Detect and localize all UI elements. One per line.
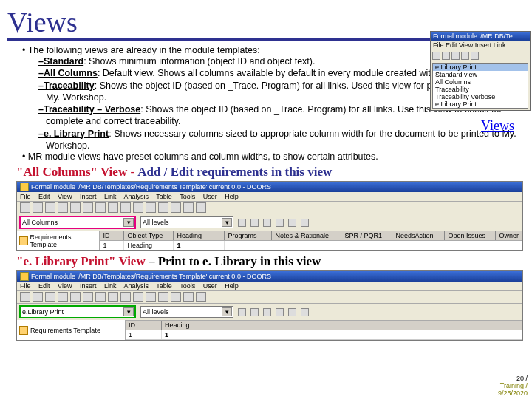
tool-icon[interactable]: [20, 202, 30, 213]
tool-icon[interactable]: [263, 219, 271, 227]
tool-icon[interactable]: [442, 52, 450, 60]
tool-icon[interactable]: [133, 202, 143, 213]
column-headers[interactable]: ID Object Type Heading Programs Notes & …: [100, 231, 522, 241]
tool-icon[interactable]: [108, 202, 118, 213]
list-item[interactable]: e.Library Print: [433, 100, 528, 108]
menu-item[interactable]: Edit: [38, 193, 50, 200]
tool-icon[interactable]: [171, 202, 181, 213]
tool-icon[interactable]: [146, 292, 156, 302]
chevron-down-icon[interactable]: ▾: [123, 218, 134, 227]
menu-item[interactable]: Analysis: [124, 282, 149, 290]
col-header[interactable]: Open Issues: [445, 231, 496, 240]
chevron-down-icon[interactable]: ▾: [222, 218, 232, 227]
toolbar[interactable]: [17, 202, 522, 214]
menu-item[interactable]: Link: [104, 282, 117, 290]
tool-icon[interactable]: [20, 292, 30, 302]
col-header[interactable]: Programs: [225, 231, 272, 240]
list-item[interactable]: Traceability: [433, 86, 528, 93]
tool-icon[interactable]: [58, 202, 68, 213]
menu-item[interactable]: Analysis: [124, 193, 149, 200]
tool-icon[interactable]: [33, 292, 43, 302]
tree-panel[interactable]: Requirements Template: [17, 320, 126, 340]
chevron-down-icon[interactable]: ▾: [222, 307, 232, 316]
col-header[interactable]: Notes & Rationale: [272, 231, 341, 240]
menu-item[interactable]: Table: [156, 282, 172, 290]
tool-icon[interactable]: [276, 219, 284, 227]
tool-icon[interactable]: [108, 292, 118, 302]
tool-icon[interactable]: [471, 52, 479, 60]
menu-item[interactable]: Link: [104, 193, 117, 200]
menu-item[interactable]: Edit: [38, 282, 50, 290]
tool-icon[interactable]: [83, 202, 93, 213]
views-hyperlink[interactable]: Views: [481, 118, 514, 134]
col-header[interactable]: Owner: [496, 231, 522, 240]
col-header[interactable]: Heading: [174, 231, 225, 240]
tool-icon[interactable]: [301, 308, 309, 316]
tool-icon[interactable]: [58, 292, 68, 302]
tool-icon[interactable]: [183, 292, 194, 302]
list-item[interactable]: Standard view: [433, 71, 528, 78]
level-combo[interactable]: All levels▾: [140, 306, 233, 318]
menu-item[interactable]: Help: [225, 193, 239, 200]
tool-icon[interactable]: [83, 292, 93, 302]
tool-icon[interactable]: [432, 52, 440, 60]
tool-icon[interactable]: [288, 308, 296, 316]
menu-item[interactable]: Tools: [180, 282, 195, 290]
tool-icon[interactable]: [461, 52, 469, 60]
tool-icon[interactable]: [45, 292, 55, 302]
tool-icon[interactable]: [276, 308, 284, 316]
table-row[interactable]: 1 1: [126, 330, 522, 340]
tool-icon[interactable]: [250, 308, 259, 316]
menu-item[interactable]: File: [20, 193, 31, 200]
tool-icon[interactable]: [196, 292, 206, 302]
menu-item[interactable]: User: [203, 282, 217, 290]
menu-item[interactable]: Tools: [180, 193, 195, 200]
tool-icon[interactable]: [146, 202, 156, 213]
tool-icon[interactable]: [120, 202, 131, 213]
col-header[interactable]: ID: [100, 231, 124, 240]
tool-icon[interactable]: [183, 202, 194, 213]
tool-icon[interactable]: [301, 219, 309, 227]
tool-icon[interactable]: [70, 292, 81, 302]
col-header[interactable]: Object Type: [124, 231, 174, 240]
tool-icon[interactable]: [288, 219, 296, 227]
tool-icon[interactable]: [238, 219, 246, 227]
list-item[interactable]: Traceability Verbose: [433, 93, 528, 100]
tool-icon[interactable]: [171, 292, 181, 302]
tool-icon[interactable]: [451, 52, 460, 60]
chevron-down-icon[interactable]: ▾: [123, 307, 134, 316]
menu-item[interactable]: Help: [225, 282, 239, 290]
tool-icon[interactable]: [95, 292, 106, 302]
column-headers[interactable]: ID Heading: [126, 320, 522, 330]
tool-icon[interactable]: [158, 292, 168, 302]
tool-icon[interactable]: [120, 292, 131, 302]
menu-item[interactable]: Table: [156, 193, 172, 200]
list-item[interactable]: All Columns: [433, 78, 528, 86]
col-header[interactable]: SPR / PQR1: [341, 231, 392, 240]
toolbar[interactable]: [17, 291, 522, 304]
tool-icon[interactable]: [70, 202, 81, 213]
table-row[interactable]: 1 Heading 1: [100, 241, 522, 250]
tool-icon[interactable]: [238, 308, 246, 316]
menu-bar[interactable]: File Edit View Insert Link Analysis Tabl…: [17, 282, 522, 291]
menu-item[interactable]: Insert: [80, 282, 97, 290]
tool-icon[interactable]: [250, 219, 259, 227]
menu-item[interactable]: View: [58, 282, 72, 290]
tool-icon[interactable]: [133, 292, 143, 302]
mini-menu-bar[interactable]: File Edit View Insert Link: [431, 41, 530, 50]
menu-item[interactable]: View: [58, 193, 72, 200]
list-item[interactable]: e.Library Print: [433, 64, 528, 71]
tool-icon[interactable]: [263, 308, 271, 316]
tool-icon[interactable]: [33, 202, 43, 213]
tool-icon[interactable]: [196, 202, 206, 213]
tool-icon[interactable]: [45, 202, 55, 213]
col-header[interactable]: NeedsAction: [392, 231, 445, 240]
menu-item[interactable]: Insert: [80, 193, 97, 200]
tool-icon[interactable]: [158, 202, 168, 213]
menu-bar[interactable]: File Edit View Insert Link Analysis Tabl…: [17, 192, 522, 202]
mini-toolbar[interactable]: [431, 50, 530, 61]
view-combo[interactable]: All Columns▾: [19, 216, 136, 229]
col-header[interactable]: Heading: [162, 321, 522, 330]
tool-icon[interactable]: [95, 202, 106, 213]
menu-item[interactable]: User: [203, 193, 217, 200]
